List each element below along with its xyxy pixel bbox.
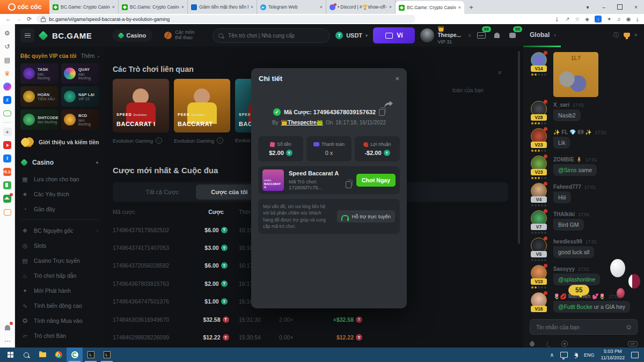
mention[interactable]: @Futtt Bucke xyxy=(558,304,592,310)
sidebar-item-recent[interactable]: ◔Gần đây xyxy=(20,202,99,216)
mention[interactable]: @Siros xyxy=(558,167,577,173)
info-icon[interactable]: i xyxy=(217,137,223,144)
game-thumbnail[interactable]: SPEEDBACCARAT A xyxy=(262,169,284,191)
table-row[interactable]: 174846299828226099 $12.22T 15:30:54 0.00… xyxy=(113,328,365,346)
hamburger-menu-icon[interactable] xyxy=(20,28,34,42)
bet-user[interactable]: 👑Thespectre🐸 xyxy=(281,120,323,125)
shitcode-card[interactable]: SHITCODEtiền thưởng xyxy=(20,109,58,130)
minimize-button[interactable]: – xyxy=(596,0,612,14)
tab-close-icon[interactable]: × xyxy=(320,4,323,10)
mention[interactable]: @splashonline xyxy=(558,276,595,283)
more-dots-icon[interactable]: ⋯ xyxy=(3,336,12,345)
user-menu-icon[interactable]: ≡ xyxy=(469,33,471,38)
browser-tab[interactable]: BC.Game: Crypto Casino Gam× xyxy=(119,0,188,14)
language-indicator[interactable]: ENG xyxy=(584,352,595,358)
task-bonus-card[interactable]: TASKbản thưởng xyxy=(20,63,58,84)
extensions-icon[interactable]: ✦ xyxy=(607,16,611,22)
coccoc-taskbar-icon[interactable] xyxy=(67,348,83,362)
sidebar-item-high-volatility[interactable]: ∿Tính biến động cao xyxy=(20,298,99,313)
list-menu-icon[interactable]: ≡ xyxy=(498,69,501,76)
graduation-icon[interactable] xyxy=(3,194,12,203)
sidebar-item-picks[interactable]: ▦Lựa chọn cho bạn xyxy=(20,172,99,187)
browser-tab[interactable]: BC.Game: Crypto Casino Gam× xyxy=(49,0,119,14)
recharge-card[interactable]: NẠP LẠIVIP 22 xyxy=(61,86,99,107)
chat-username[interactable]: Faheed777 xyxy=(553,184,581,190)
tab-close-icon[interactable]: × xyxy=(112,4,115,10)
chat-username[interactable]: ZOMBIE 🧍 xyxy=(553,157,582,162)
modal-close-icon[interactable]: × xyxy=(395,75,399,83)
game-thumbnail[interactable]: SPEED EvolutionBACCARAT I xyxy=(113,79,169,132)
chat-username[interactable]: ✨ FL 💎 69 ✨ xyxy=(553,129,592,135)
scrollbar[interactable] xyxy=(518,51,520,244)
chat-input-box[interactable]: ☺ xyxy=(530,319,638,335)
league-client-icon[interactable]: L xyxy=(83,348,99,362)
inbox-button[interactable]: 99 xyxy=(477,30,487,41)
shop-cart-icon[interactable] xyxy=(3,208,12,217)
taskbar-search-icon[interactable] xyxy=(18,348,34,362)
gif-icon[interactable]: GIF xyxy=(628,341,638,346)
chat-username[interactable]: THAIkiki xyxy=(553,211,575,217)
messenger-icon[interactable] xyxy=(3,82,12,91)
copy-icon[interactable] xyxy=(346,181,352,188)
chat-username[interactable]: Sassyyy xyxy=(553,266,575,272)
browser-tab[interactable]: Telegram Web× xyxy=(257,0,326,14)
chat-input[interactable] xyxy=(535,323,622,331)
game-search[interactable] xyxy=(213,28,330,43)
file-explorer-icon[interactable] xyxy=(34,348,50,362)
chat-info-icon[interactable]: ⓘ xyxy=(613,31,619,39)
table-row[interactable]: 174846303616949670 $32.58T 15:31:30 2.00… xyxy=(113,311,365,328)
chrome-icon[interactable] xyxy=(50,348,67,362)
user-profile[interactable]: 👑Thespe...VIP 31 ≡ xyxy=(420,26,471,45)
tab-all-bets[interactable]: Tất cả Cược xyxy=(129,184,196,200)
start-button[interactable] xyxy=(2,348,18,362)
sidebar-item-live-casino[interactable]: ▤Casino Trực tuyến xyxy=(20,253,99,268)
tab-search-icon[interactable]: ▾ xyxy=(580,0,596,14)
tray-expand-icon[interactable]: ∧ xyxy=(550,352,554,358)
unread-count-badge[interactable]: 55 xyxy=(568,285,589,295)
save-page-icon[interactable]: ⭳ xyxy=(554,16,560,22)
play-now-button[interactable]: Chơi Ngay xyxy=(356,174,396,187)
history-icon[interactable]: ↺ xyxy=(3,42,12,51)
network-icon[interactable] xyxy=(560,352,568,358)
facebook-icon[interactable]: f xyxy=(3,154,12,163)
shield-icon[interactable]: ◈ xyxy=(585,16,589,22)
chat-image-attachment[interactable]: 1L? xyxy=(553,52,598,97)
back-icon[interactable]: ← xyxy=(5,16,11,22)
tab-close-icon[interactable]: × xyxy=(181,4,184,10)
chevron-right-icon[interactable]: › xyxy=(554,32,556,38)
game-thumbnail[interactable]: PEEK EvolutionBACCARAT xyxy=(174,79,230,132)
sidebar-item-favorites[interactable]: ★Các Yêu thích xyxy=(20,187,99,202)
share-icon[interactable]: ↗ xyxy=(565,16,569,22)
notifications-bell-icon[interactable] xyxy=(3,323,12,332)
sidebar-item-new-releases[interactable]: ✦Mới Phát hành xyxy=(20,283,99,298)
new-tab-button[interactable]: + xyxy=(464,0,478,14)
media-icon[interactable]: ♫ xyxy=(617,16,621,22)
sidebar-item-table-games[interactable]: ▱Trò chơi Bàn xyxy=(20,328,99,343)
zalo-icon[interactable]: Z xyxy=(3,95,12,105)
sale-25-11-icon[interactable]: 25.11 xyxy=(3,167,12,176)
crown-icon[interactable]: ♛ xyxy=(3,69,12,78)
referral-link[interactable]: Giới thiệu và kiếm tiền xyxy=(20,137,99,147)
sidebar-item-casino[interactable]: Casino▾ xyxy=(20,156,99,169)
sidebar-item-hot-games[interactable]: ♨Trò chơi hấp dẫn xyxy=(20,268,99,283)
copy-icon[interactable] xyxy=(379,109,385,116)
bookmark-star-icon[interactable]: ☆ xyxy=(575,16,580,22)
live-support-button[interactable]: Hỗ trợ trực tuyến xyxy=(337,210,395,223)
tab-close-icon[interactable]: × xyxy=(458,5,461,10)
battery-saver-icon[interactable] xyxy=(3,181,12,190)
profile-icon[interactable]: ◉ xyxy=(626,16,631,22)
forward-icon[interactable]: → xyxy=(16,16,22,22)
league-game-icon[interactable]: L xyxy=(99,348,115,362)
youtube-icon[interactable] xyxy=(3,141,12,150)
trophy-icon[interactable] xyxy=(624,33,630,38)
add-shortcut-icon[interactable]: + xyxy=(3,127,12,136)
browser-tab[interactable]: • Discord | #🏆show-off-you× xyxy=(326,0,396,14)
cashback-card[interactable]: HOÀNTIỀN XẤU xyxy=(20,86,58,107)
wallet-button[interactable]: Ví xyxy=(373,27,415,43)
chat-username[interactable]: heedless99 xyxy=(553,239,582,245)
close-window-button[interactable]: × xyxy=(628,0,644,14)
tab-sports[interactable]: Các môn thể thao xyxy=(158,27,207,43)
search-input[interactable] xyxy=(227,32,320,39)
game-card[interactable]: PEEK EvolutionBACCARAT Evolution Gamingi xyxy=(174,79,230,144)
dart-icon[interactable] xyxy=(561,341,568,347)
